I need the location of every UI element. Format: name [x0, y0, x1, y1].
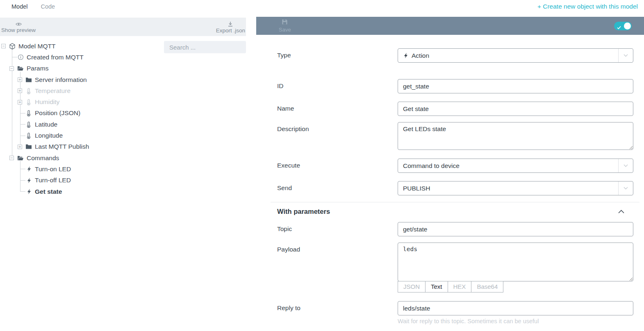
tree-item-server-information[interactable]: +Server information — [0, 74, 160, 85]
topic-input[interactable] — [398, 222, 633, 236]
tree-connector — [18, 122, 22, 127]
tree-item-temperature[interactable]: +Temperature — [0, 85, 160, 96]
tree-item-label: Created from MQTT — [27, 54, 84, 61]
show-preview-button[interactable]: Show preview — [0, 21, 36, 33]
payload-format-tab-hex[interactable]: HEX — [448, 281, 472, 292]
bolt-icon — [25, 177, 32, 184]
show-preview-label: Show preview — [1, 27, 36, 33]
save-button[interactable]: Save — [279, 19, 291, 33]
send-label: Send — [277, 181, 398, 195]
tree-item-turn-off-led[interactable]: Turn-off LED — [0, 175, 160, 186]
with-parameters-title: With parameters — [277, 208, 330, 215]
folder-icon — [25, 143, 32, 150]
command-editor-panel: Save Type Action — [256, 16, 644, 331]
name-input[interactable] — [398, 102, 633, 116]
expand-toggle-icon[interactable]: + — [18, 145, 22, 149]
chevron-up-icon — [618, 210, 624, 213]
payload-format-tab-json[interactable]: JSON — [398, 281, 426, 292]
payload-label: Payload — [277, 243, 398, 292]
payload-format-tab-text[interactable]: Text — [425, 281, 448, 292]
id-label: ID — [277, 79, 398, 93]
info-icon — [17, 54, 24, 61]
execute-label: Execute — [277, 159, 398, 173]
tree-connector — [18, 134, 22, 138]
tree-item-created-from-mqtt[interactable]: Created from MQTT — [0, 52, 160, 63]
description-textarea[interactable]: Get LEDs state — [398, 122, 633, 150]
type-label: Type — [277, 48, 398, 63]
tree-item-model-mqtt[interactable]: −Model MQTT — [0, 41, 160, 52]
send-select[interactable]: PUBLISH — [398, 181, 633, 195]
execute-value: Command to device — [403, 162, 460, 170]
type-select[interactable]: Action — [398, 48, 633, 63]
tree-item-position-json[interactable]: Position (JSON) — [0, 108, 160, 119]
tree-item-last-mqtt-publish[interactable]: +Last MQTT Publish — [0, 141, 160, 152]
tree-item-latitude[interactable]: Latitude — [0, 119, 160, 130]
folder-open-icon — [17, 155, 24, 161]
expand-toggle-icon[interactable]: + — [18, 100, 22, 104]
folder-open-icon — [17, 65, 24, 72]
tree-item-longitude[interactable]: Longitude — [0, 130, 160, 141]
reply-to-hint: Wait for reply to this topic. Sometimes … — [398, 318, 633, 324]
tree-connector — [18, 189, 22, 194]
tree-item-label: Position (JSON) — [35, 109, 80, 117]
tree-item-label: Server information — [35, 76, 87, 84]
tree-item-label: Model MQTT — [18, 43, 55, 50]
type-value: Action — [412, 52, 429, 59]
tree-item-label: Turn-on LED — [35, 166, 71, 173]
thermometer-icon — [25, 132, 32, 139]
tree-connector — [18, 111, 22, 116]
enabled-toggle[interactable] — [614, 22, 632, 30]
tree-item-label: Latitude — [35, 121, 57, 128]
collapse-toggle-icon[interactable]: − — [1, 44, 6, 48]
tree-item-label: Commands — [27, 154, 59, 162]
thermometer-icon — [25, 121, 32, 128]
chevron-down-icon — [618, 49, 633, 62]
cube-icon — [9, 43, 16, 50]
name-label: Name — [277, 102, 398, 116]
thermometer-icon — [25, 88, 32, 94]
collapse-toggle-icon[interactable]: − — [9, 66, 14, 71]
collapse-toggle-icon[interactable]: − — [9, 156, 14, 160]
thermometer-icon — [25, 99, 32, 105]
chevron-down-icon — [618, 181, 633, 195]
tree-item-params[interactable]: −Params — [0, 63, 160, 74]
search-input[interactable] — [164, 41, 246, 53]
model-tree: −Model MQTTCreated from MQTT−Params+Serv… — [0, 41, 160, 197]
reply-to-input[interactable] — [398, 301, 633, 315]
with-parameters-header[interactable]: With parameters — [277, 208, 633, 215]
create-object-link[interactable]: + Create new object with this model — [537, 3, 638, 10]
topic-label: Topic — [277, 222, 398, 236]
tree-item-get-state[interactable]: Get state — [0, 186, 160, 197]
send-value: PUBLISH — [403, 185, 430, 192]
view-tabs: Model Code — [11, 3, 55, 10]
check-icon — [617, 24, 621, 31]
tab-model[interactable]: Model — [11, 3, 28, 10]
tree-item-commands[interactable]: −Commands — [0, 152, 160, 163]
tree-item-turn-on-led[interactable]: Turn-on LED — [0, 163, 160, 175]
top-bar: Model Code + Create new object with this… — [0, 0, 644, 18]
section-divider — [271, 202, 639, 202]
tree-connector — [18, 167, 22, 171]
folder-icon — [25, 77, 32, 83]
reply-to-label: Reply to — [277, 301, 398, 324]
export-json-label: Export .json — [216, 27, 245, 34]
app-window: Model Code + Create new object with this… — [0, 0, 644, 331]
tree-item-label: Humidity — [35, 98, 59, 106]
id-input[interactable] — [398, 79, 633, 93]
tab-code[interactable]: Code — [41, 3, 55, 10]
payload-format-tab-base64[interactable]: Base64 — [471, 281, 503, 292]
tree-item-label: Last MQTT Publish — [35, 143, 89, 150]
tree-connector — [9, 55, 14, 59]
tree-item-label: Temperature — [35, 87, 71, 95]
tree-item-label: Turn-off LED — [35, 177, 71, 184]
execute-select[interactable]: Command to device — [398, 159, 633, 173]
model-tree-panel: −Model MQTTCreated from MQTT−Params+Serv… — [0, 36, 246, 331]
export-json-button[interactable]: Export .json — [215, 20, 246, 34]
payload-textarea[interactable]: leds — [398, 243, 633, 281]
expand-toggle-icon[interactable]: + — [18, 77, 22, 82]
expand-toggle-icon[interactable]: + — [18, 88, 22, 93]
bolt-icon — [25, 166, 32, 172]
download-icon — [228, 21, 233, 27]
tree-item-label: Get state — [35, 188, 62, 195]
tree-item-humidity[interactable]: +Humidity — [0, 96, 160, 107]
